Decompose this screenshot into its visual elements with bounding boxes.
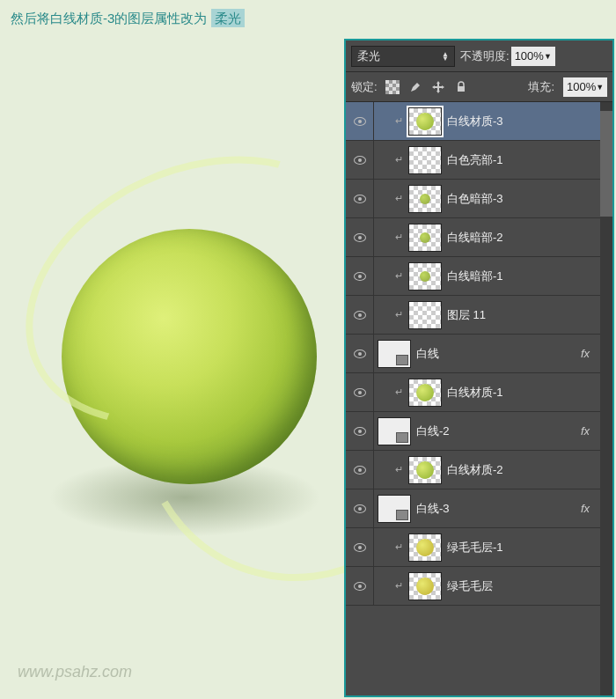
visibility-toggle[interactable] (346, 528, 374, 566)
visibility-toggle[interactable] (346, 296, 374, 334)
layer-thumbnail[interactable] (408, 146, 442, 174)
layer-row[interactable]: ↵绿毛毛层-1 (346, 528, 612, 567)
fx-badge[interactable]: fx (581, 424, 590, 438)
chevron-down-icon: ▼ (596, 83, 604, 92)
svg-rect-0 (458, 86, 465, 92)
visibility-toggle[interactable] (346, 180, 374, 217)
layer-thumbnail[interactable] (408, 107, 442, 136)
lock-icon[interactable] (453, 79, 469, 95)
layer-thumbnail[interactable] (408, 262, 442, 291)
layer-name: 白线材质-1 (447, 385, 612, 401)
visibility-toggle[interactable] (346, 451, 374, 489)
layer-content: 白线fx▼ (374, 340, 612, 368)
layer-thumbnail[interactable] (408, 379, 442, 407)
instruction-text: 然后将白线材质-3的图层属性改为 柔光 (11, 11, 245, 27)
watermark: www.psahz.com (18, 663, 132, 681)
layer-row[interactable]: 白线-3fx▼ (346, 489, 612, 528)
layer-name: 绿毛毛层-1 (447, 540, 612, 556)
layer-content: ↵白线材质-1 (374, 379, 612, 407)
clip-arrow-icon: ↵ (395, 386, 403, 398)
layer-row[interactable]: ↵白线暗部-2 (346, 218, 612, 257)
layer-name: 白线-2 (416, 423, 576, 439)
dropdown-arrows-icon: ▲▼ (442, 52, 449, 61)
layer-name: 白色暗部-3 (447, 191, 612, 207)
fill-input[interactable]: 100%▼ (563, 77, 607, 97)
layer-name: 白线 (416, 346, 576, 362)
layer-content: 白线-3fx▼ (374, 495, 612, 523)
eye-icon (354, 311, 366, 320)
move-icon[interactable] (430, 79, 446, 95)
layer-name: 白色亮部-1 (447, 152, 612, 168)
brush-icon[interactable] (407, 79, 423, 95)
layer-thumbnail[interactable] (408, 572, 442, 600)
layer-thumbnail[interactable] (378, 340, 411, 368)
clip-arrow-icon: ↵ (395, 464, 403, 475)
layer-row[interactable]: ↵白线暗部-1 (346, 257, 612, 296)
layers-list[interactable]: ↵白线材质-3↵白色亮部-1↵白色暗部-3↵白线暗部-2↵白线暗部-1↵图层 1… (346, 102, 612, 695)
eye-icon (354, 388, 366, 397)
visibility-toggle[interactable] (346, 567, 374, 605)
layer-name: 白线暗部-1 (447, 269, 612, 284)
clip-arrow-icon: ↵ (395, 193, 403, 204)
layer-row[interactable]: ↵图层 11 (346, 296, 612, 335)
eye-icon (354, 350, 366, 358)
layer-name: 白线-3 (416, 501, 576, 517)
visibility-toggle[interactable] (346, 335, 374, 372)
scrollbar[interactable] (600, 102, 612, 695)
layer-row[interactable]: ↵白色亮部-1 (346, 141, 612, 180)
visibility-toggle[interactable] (346, 373, 374, 411)
layer-thumbnail[interactable] (378, 495, 411, 523)
visibility-toggle[interactable] (346, 218, 374, 256)
layer-row[interactable]: 白线-2fx▼ (346, 412, 612, 451)
layer-content: ↵白线材质-2 (374, 456, 612, 484)
visibility-toggle[interactable] (346, 141, 374, 179)
layer-content: ↵白线材质-3 (374, 107, 612, 136)
visibility-toggle[interactable] (346, 412, 374, 450)
clip-arrow-icon: ↵ (395, 309, 403, 320)
visibility-toggle[interactable] (346, 102, 374, 140)
layer-content: ↵白色暗部-3 (374, 185, 612, 213)
visibility-toggle[interactable] (346, 257, 374, 295)
chevron-down-icon: ▼ (544, 52, 552, 61)
layer-content: ↵白色亮部-1 (374, 146, 612, 174)
eye-icon (354, 543, 366, 552)
layer-row[interactable]: ↵白线材质-2 (346, 451, 612, 489)
layer-thumbnail[interactable] (408, 456, 442, 484)
fill-label: 填充: (528, 79, 554, 95)
panel-header: 柔光 ▲▼ 不透明度: 100%▼ (346, 40, 612, 72)
clip-arrow-icon: ↵ (395, 154, 403, 166)
clip-arrow-icon: ↵ (395, 270, 403, 282)
lock-row: 锁定: 填充: 100%▼ (346, 72, 612, 102)
highlight-text: 柔光 (211, 9, 245, 27)
scrollbar-thumb[interactable] (600, 111, 612, 217)
layer-thumbnail[interactable] (408, 301, 442, 329)
lock-label: 锁定: (351, 79, 378, 95)
blend-mode-select[interactable]: 柔光 ▲▼ (351, 46, 455, 67)
clip-arrow-icon: ↵ (395, 580, 403, 592)
visibility-toggle[interactable] (346, 489, 374, 527)
opacity-input[interactable]: 100%▼ (511, 47, 555, 66)
layer-thumbnail[interactable] (378, 417, 411, 445)
eye-icon (354, 582, 366, 591)
layer-thumbnail[interactable] (408, 533, 442, 562)
layer-content: ↵绿毛毛层 (374, 572, 612, 600)
fx-badge[interactable]: fx (581, 502, 590, 515)
layers-panel: 柔光 ▲▼ 不透明度: 100%▼ 锁定: 填充: 100%▼ ↵白线材质-3↵… (344, 39, 614, 697)
layer-thumbnail[interactable] (408, 185, 442, 213)
layer-row[interactable]: ↵白线材质-3 (346, 102, 612, 141)
layer-content: ↵图层 11 (374, 301, 612, 329)
eye-icon (354, 156, 366, 165)
lock-transparency-icon[interactable] (385, 79, 400, 95)
clip-arrow-icon: ↵ (395, 115, 403, 127)
layer-content: ↵白线暗部-1 (374, 262, 612, 291)
layer-name: 白线材质-3 (447, 114, 612, 129)
layer-content: ↵绿毛毛层-1 (374, 533, 612, 562)
layer-row[interactable]: ↵白色暗部-3 (346, 180, 612, 218)
fx-badge[interactable]: fx (581, 347, 590, 360)
clip-arrow-icon: ↵ (395, 541, 403, 553)
layer-thumbnail[interactable] (408, 224, 442, 252)
layer-row[interactable]: 白线fx▼ (346, 335, 612, 373)
layer-row[interactable]: ↵白线材质-1 (346, 373, 612, 412)
eye-icon (354, 427, 366, 436)
layer-row[interactable]: ↵绿毛毛层 (346, 567, 612, 606)
